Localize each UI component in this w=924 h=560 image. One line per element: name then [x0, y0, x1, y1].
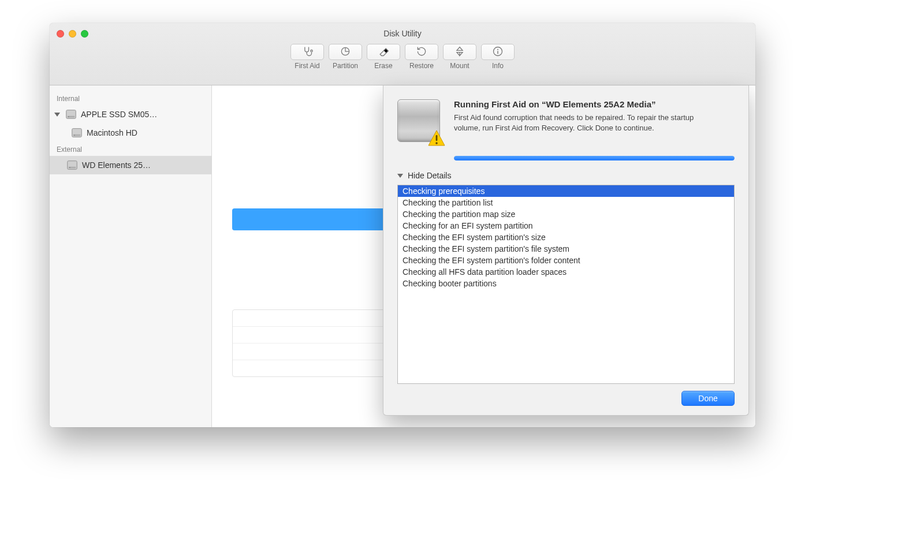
sidebar-section-external: External	[50, 142, 211, 156]
partition-button[interactable]	[329, 44, 362, 60]
progress-bar	[454, 156, 735, 160]
restore-label: Restore	[409, 62, 434, 70]
sidebar-item-internal-volume[interactable]: Macintosh HD	[50, 124, 211, 142]
disclosure-triangle-icon	[397, 174, 403, 178]
disk-utility-window: Disk Utility First Aid Partition Erase R…	[50, 23, 755, 427]
hard-drive-icon	[66, 159, 79, 171]
erase-button[interactable]	[367, 44, 400, 60]
erase-label: Erase	[374, 62, 392, 70]
main-content: 1 TB 3 Disk disk2 Running First Aid on “…	[212, 85, 755, 427]
warning-badge-icon	[427, 129, 446, 148]
restore-icon	[416, 46, 427, 59]
mount-button[interactable]	[443, 44, 476, 60]
mount-icon	[454, 46, 465, 59]
first-aid-label: First Aid	[295, 62, 319, 70]
traffic-lights	[50, 30, 119, 38]
titlebar: Disk Utility First Aid Partition Erase R…	[50, 23, 755, 85]
info-label: Info	[492, 62, 504, 70]
partition-label: Partition	[333, 62, 358, 70]
log-line[interactable]: Checking for an EFI system partition	[398, 220, 734, 232]
sidebar-item-label: Macintosh HD	[87, 128, 211, 137]
first-aid-sheet: Running First Aid on “WD Elements 25A2 M…	[383, 85, 749, 416]
info-icon	[492, 46, 504, 59]
done-button-label: Done	[698, 394, 717, 403]
log-line[interactable]: Checking the EFI system partition's fold…	[398, 255, 734, 266]
hard-drive-icon	[70, 126, 83, 139]
disclosure-triangle-icon[interactable]	[54, 113, 60, 117]
mount-label: Mount	[450, 62, 469, 70]
first-aid-button[interactable]	[290, 44, 324, 60]
first-aid-log[interactable]: Checking prerequisitesChecking the parti…	[397, 185, 735, 384]
sheet-message: First Aid found corruption that needs to…	[454, 113, 708, 133]
log-line[interactable]: Checking the partition list	[398, 197, 734, 208]
close-window-button[interactable]	[57, 30, 64, 38]
log-line[interactable]: Checking all HFS data partition loader s…	[398, 266, 734, 278]
sidebar-item-label: WD Elements 25…	[82, 160, 211, 170]
sidebar-item-internal-disk[interactable]: APPLE SSD SM05…	[50, 105, 211, 124]
details-toggle[interactable]: Hide Details	[397, 167, 735, 185]
sidebar-item-external-disk[interactable]: WD Elements 25…	[50, 156, 211, 174]
log-line[interactable]: Checking the EFI system partition's size	[398, 232, 734, 243]
maximize-window-button[interactable]	[81, 30, 88, 38]
info-button[interactable]	[481, 44, 515, 60]
sidebar: Internal APPLE SSD SM05… Macintosh HD Ex…	[50, 85, 212, 427]
sidebar-item-label: APPLE SSD SM05…	[81, 110, 211, 119]
done-button[interactable]: Done	[681, 391, 735, 406]
log-line[interactable]: Checking booter partitions	[398, 278, 734, 289]
first-aid-icon	[301, 46, 313, 59]
minimize-window-button[interactable]	[69, 30, 76, 38]
restore-button[interactable]	[405, 44, 438, 60]
log-line[interactable]: Checking the EFI system partition's file…	[398, 243, 734, 255]
sidebar-section-internal: Internal	[50, 91, 211, 105]
first-aid-disk-icon	[397, 99, 442, 144]
details-toggle-label: Hide Details	[408, 171, 451, 180]
hard-drive-icon	[65, 108, 77, 121]
toolbar: First Aid Partition Erase Restore Mount …	[50, 44, 755, 73]
log-line[interactable]: Checking the partition map size	[398, 208, 734, 220]
partition-icon	[340, 46, 351, 59]
log-line[interactable]: Checking prerequisites	[398, 185, 734, 197]
sheet-title: Running First Aid on “WD Elements 25A2 M…	[454, 99, 708, 109]
erase-icon	[378, 46, 389, 59]
window-title: Disk Utility	[119, 29, 755, 38]
